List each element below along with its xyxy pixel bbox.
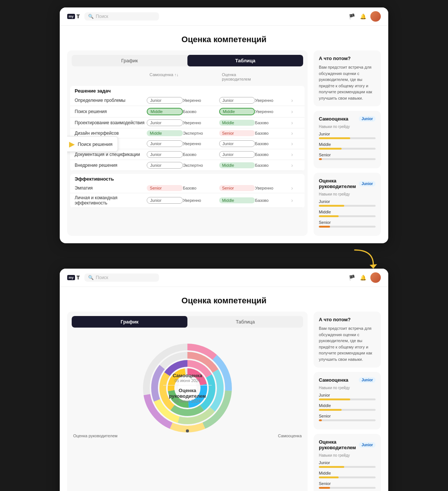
grade-bar-track (319, 205, 376, 207)
mgr-confidence: Уверенно (255, 109, 291, 114)
page-title: Оценка компетенций (60, 26, 388, 50)
grade-bar-fill (319, 226, 330, 228)
grade-bar-track (319, 487, 376, 489)
self-score-card-2: Самооценка Junior Навыки по грейду Junio… (314, 372, 381, 429)
tab-chart[interactable]: График (72, 55, 187, 66)
skill-name: Дизайн интерфейсов (75, 131, 147, 136)
section-task-solving: Решение задач Определение проблемы Junio… (70, 86, 305, 171)
table-row[interactable]: Личная и командная эффективность Junior … (70, 193, 305, 208)
mgr-score-title-2: Оценка руководителем (319, 439, 359, 450)
grade-bar-track (319, 226, 376, 228)
grade-label: Junior (319, 199, 376, 204)
grade-bar-track (319, 148, 376, 150)
self-grade-badge: Senior (147, 185, 183, 191)
grade-label: Middle (319, 471, 376, 475)
skill-name: Проектирование взаимодействия (75, 120, 147, 125)
right-panel-2: А что потом? Вам предстоит встреча для о… (314, 312, 381, 491)
info-card-title: А что потом? (319, 56, 376, 61)
search-bar[interactable]: 🔍 Поиск (84, 12, 159, 21)
section-efficiency: Эффективность Эмпатия Senior Базово Seni… (70, 174, 305, 208)
self-confidence: Экспертно (183, 131, 219, 135)
tab-table[interactable]: Таблица (187, 55, 303, 66)
grade-bar-track (319, 137, 376, 139)
chevron-right-icon: › (291, 185, 300, 191)
avatar-2[interactable] (370, 272, 381, 283)
chevron-right-icon: › (291, 197, 300, 203)
skill-name: Документация и спецификации (75, 152, 147, 157)
chart-area: Самооценка 05 июня 2024 Оценка руководит… (67, 332, 308, 444)
col-self-score[interactable]: Самооценка ↑↓ (150, 72, 186, 81)
svg-marker-0 (370, 264, 377, 269)
mgr-score-card: Оценка руководителем Junior Навыки по гр… (314, 173, 381, 236)
screen-1: my T 🔍 Поиск 🏴 🔔 Оценка компетенций Граф… (60, 7, 388, 243)
grade-label: Middle (319, 210, 376, 214)
mgr-grade-badge: Middle (219, 120, 255, 126)
grade-bar-track (319, 476, 376, 478)
mgr-score-badge-2: Junior (359, 442, 376, 448)
table-row[interactable]: Внедрение решения Junior Экспертно Middl… (70, 160, 305, 171)
table-row[interactable]: Эмпатия Senior Базово Senior Уверенно › (70, 183, 305, 193)
grade-bar-junior: Junior (319, 132, 376, 139)
grade-label: Junior (319, 132, 376, 136)
mgr-score-header: Оценка руководителем Junior (319, 178, 376, 189)
bell-icon[interactable]: 🔔 (359, 13, 367, 20)
self-grade-badge: Junior (147, 162, 183, 169)
topbar-right-2: 🏴 🔔 (348, 272, 381, 283)
skill-name: Эмпатия (75, 185, 147, 191)
screen-2: my T 🔍 Поиск 🏴 🔔 Оценка компетенций Граф… (60, 269, 388, 491)
grade-bar-track (319, 409, 376, 411)
self-score-card: Самооценка Junior Навыки по грейду Junio… (314, 111, 381, 168)
flag-icon-2[interactable]: 🏴 (348, 274, 355, 281)
tab-table-2[interactable]: Таблица (187, 316, 303, 328)
tab-chart-2[interactable]: График (72, 316, 187, 328)
table-row[interactable]: Поиск решения Middle Базово Middle Увере… (70, 106, 305, 118)
search-bar-2[interactable]: 🔍 Поиск (84, 273, 159, 282)
section-title-efficiency: Эффективность (70, 174, 305, 183)
mgr-score-subtitle: Навыки по грейду (319, 192, 376, 196)
flag-icon[interactable]: 🏴 (348, 13, 355, 20)
arrow-container (60, 246, 388, 269)
self-confidence: Уверенно (183, 198, 219, 203)
grade-bar-middle-2: Middle (319, 403, 376, 411)
mgr-confidence: Базово (255, 152, 291, 157)
donut-chart: Самооценка 05 июня 2024 Оценка руководит… (139, 340, 236, 437)
search-icon-2: 🔍 (88, 275, 94, 280)
self-confidence: Уверенно (183, 141, 219, 146)
grade-bar-fill (319, 476, 339, 478)
self-score-header: Самооценка Junior (319, 116, 376, 122)
grade-bar-middle-mgr: Middle (319, 210, 376, 217)
grade-label: Senior (319, 481, 376, 486)
table-header: Самооценка ↑↓ Оценка руководителем (67, 71, 308, 83)
grade-bar-fill (319, 466, 344, 468)
mgr-score-header-2: Оценка руководителем Junior (319, 439, 376, 450)
donut-label-self: Самооценка (163, 373, 212, 378)
table-row[interactable]: Проектирование взаимодействия Junior Уве… (70, 118, 305, 128)
grade-label: Middle (319, 142, 376, 147)
skill-name: Поиск решения (75, 109, 147, 114)
chart-legend-right: Самооценка (278, 434, 302, 438)
chevron-right-icon: › (291, 141, 300, 147)
mgr-grade-badge: Senior (219, 130, 255, 136)
grade-bar-senior: Senior (319, 153, 376, 160)
grade-bar-track (319, 158, 376, 160)
tab-switcher: График Таблица (72, 55, 303, 66)
table-row[interactable]: Определение проблемы Junior Уверенно Jun… (70, 95, 305, 106)
tab-switcher-2: График Таблица (72, 316, 303, 328)
self-grade-badge: Junior (147, 97, 183, 104)
info-card-text: Вам предстоит встреча для обсуждения оце… (319, 64, 376, 101)
grade-bar-fill (319, 409, 342, 411)
search-icon: 🔍 (88, 14, 94, 19)
self-confidence: Экспертно (183, 163, 219, 168)
self-score-header-2: Самооценка Junior (319, 377, 376, 383)
mgr-confidence: Базово (255, 163, 291, 168)
chart-legend-left: Оценка руководителем (73, 434, 118, 438)
self-confidence: Базово (183, 152, 219, 157)
self-score-title-2: Самооценка (319, 377, 348, 383)
page-title-2: Оценка компетенций (60, 287, 388, 312)
topbar-right: 🏴 🔔 (348, 11, 381, 22)
mgr-grade-badge: Middle (219, 197, 255, 203)
self-grade-badge: Junior (147, 119, 183, 126)
avatar[interactable] (370, 11, 381, 22)
bell-icon-2[interactable]: 🔔 (359, 274, 367, 281)
grade-label: Senior (319, 414, 376, 418)
